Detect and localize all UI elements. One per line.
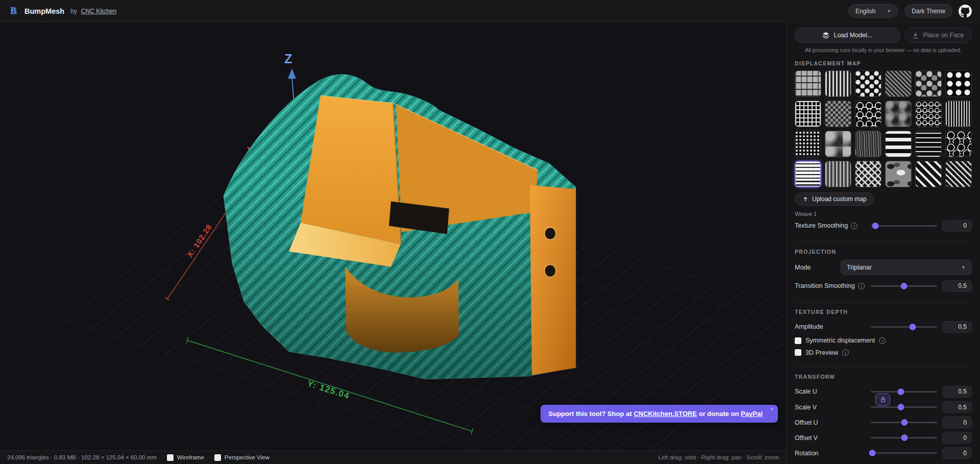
- offset-u-slider[interactable]: [871, 419, 937, 426]
- texture-thumbnail-dots[interactable]: [945, 70, 972, 97]
- slider-track: [871, 391, 937, 393]
- banner-text: Support this tool? Shop at: [549, 410, 632, 418]
- texture-thumbnail-diagbold[interactable]: [915, 161, 942, 187]
- github-icon[interactable]: [959, 5, 972, 18]
- slider-thumb[interactable]: [901, 283, 908, 289]
- paypal-link[interactable]: PayPal: [741, 410, 763, 418]
- banner-text-middle: or donate on: [699, 410, 739, 418]
- amplitude-label: Amplitude: [795, 323, 866, 330]
- slider-track: [871, 225, 937, 227]
- texture-thumbnail-bricks[interactable]: [795, 70, 821, 97]
- scale-u-value[interactable]: 0.5: [942, 386, 972, 398]
- texture-thumbnail-hexsmall[interactable]: [915, 101, 942, 127]
- brand-link[interactable]: CNC Kitchen: [81, 8, 116, 15]
- texture-grid: [795, 70, 972, 187]
- perspective-checkbox-row[interactable]: Perspective View: [214, 454, 270, 461]
- place-on-face-button[interactable]: Place on Face: [904, 28, 972, 43]
- banner-close-icon[interactable]: ×: [771, 406, 774, 412]
- texture-smoothing-slider[interactable]: [871, 222, 937, 230]
- slider-thumb[interactable]: [901, 434, 908, 441]
- axis-z-label: Z: [284, 52, 292, 66]
- perspective-checkbox[interactable]: [214, 454, 221, 461]
- top-bar: B B BumpMesh by CNC Kitchen English ▼ Da…: [0, 0, 980, 22]
- upload-custom-map-label: Upload custom map: [812, 196, 867, 203]
- texture-thumbnail-hlines[interactable]: [915, 131, 942, 157]
- offset-u-value[interactable]: 0: [942, 417, 972, 428]
- slider-thumb[interactable]: [909, 324, 916, 330]
- viewport-3d[interactable]: X: 102.28 Y: 125.04 Z: [0, 22, 786, 450]
- wireframe-checkbox[interactable]: [167, 454, 174, 461]
- sidebar: Load Model... Place on Face All processi…: [786, 22, 980, 464]
- offset-v-value[interactable]: 0: [942, 432, 972, 444]
- slider-thumb[interactable]: [869, 450, 875, 456]
- transition-smoothing-value[interactable]: 0.5: [942, 280, 972, 292]
- preview-3d-checkbox[interactable]: [795, 349, 801, 356]
- scale-v-value[interactable]: 0.5: [942, 401, 972, 413]
- language-value: English: [855, 8, 875, 15]
- projection-mode-select[interactable]: Triplanar ▼: [841, 260, 972, 275]
- texture-thumbnail-honeycomb[interactable]: [855, 101, 881, 127]
- transition-smoothing-slider[interactable]: [871, 282, 937, 290]
- slider-thumb[interactable]: [901, 419, 908, 426]
- slider-thumb[interactable]: [897, 388, 904, 395]
- store-link[interactable]: CNCKitchen.STORE: [633, 410, 697, 418]
- texture-thumbnail-knit[interactable]: [855, 161, 881, 187]
- app-root: B B BumpMesh by CNC Kitchen English ▼ Da…: [0, 0, 980, 464]
- texture-thumbnail-clouds[interactable]: [825, 131, 851, 157]
- status-bar: 24,096 triangles · 0.83 MB · 102.28 × 12…: [0, 450, 786, 464]
- amplitude-slider[interactable]: [871, 323, 937, 331]
- texture-thumbnail-checker[interactable]: [825, 101, 851, 127]
- mouse-hints: Left drag: orbit · Right drag: pan · Scr…: [658, 454, 779, 460]
- slider-track: [871, 326, 937, 328]
- rotation-value[interactable]: 0: [942, 447, 972, 459]
- upload-custom-map-button[interactable]: Upload custom map: [795, 192, 874, 206]
- theme-toggle-button[interactable]: Dark Theme: [904, 4, 952, 18]
- amplitude-row: Amplitude 0.5: [795, 321, 972, 333]
- selected-texture-name: Weave 1: [795, 211, 972, 217]
- symmetric-displacement-checkbox[interactable]: [795, 337, 801, 344]
- lock-icon: [880, 396, 886, 403]
- texture-thumbnail-stones[interactable]: [915, 70, 942, 97]
- section-projection: PROJECTION: [795, 241, 972, 255]
- texture-thumbnail-stripesbold[interactable]: [885, 131, 912, 157]
- symmetric-displacement-row[interactable]: Symmetric displacement i: [795, 335, 972, 345]
- preview-3d-row[interactable]: 3D Preview i: [795, 348, 972, 357]
- theme-label: Dark Theme: [912, 8, 945, 15]
- texture-smoothing-value[interactable]: 0: [942, 220, 972, 232]
- rotation-slider[interactable]: [871, 449, 937, 457]
- texture-thumbnail-diagfine[interactable]: [885, 70, 912, 97]
- texture-thumbnail-vdense[interactable]: [945, 101, 972, 127]
- info-icon[interactable]: i: [851, 223, 857, 229]
- texture-thumbnail-vlines[interactable]: [825, 70, 851, 97]
- texture-thumbnail-knurl[interactable]: [795, 131, 821, 157]
- offset-v-slider[interactable]: [871, 434, 937, 442]
- rotation-label: Rotation: [795, 450, 866, 457]
- section-displacement-map: DISPLACEMENT MAP: [795, 60, 972, 66]
- load-model-button[interactable]: Load Model...: [795, 28, 900, 43]
- texture-thumbnail-camo[interactable]: [885, 161, 912, 187]
- top-bar-right: English ▼ Dark Theme: [848, 4, 972, 18]
- load-model-label: Load Model...: [834, 32, 872, 39]
- slider-thumb[interactable]: [872, 223, 879, 229]
- svg-text:B: B: [10, 6, 16, 16]
- slider-thumb[interactable]: [897, 404, 904, 410]
- texture-thumbnail-cells[interactable]: [945, 131, 972, 157]
- texture-thumbnail-herringbone[interactable]: [945, 161, 972, 187]
- wireframe-label: Wireframe: [177, 454, 204, 460]
- texture-thumbnail-gridw[interactable]: [795, 101, 821, 127]
- texture-thumbnail-pebbles[interactable]: [855, 70, 881, 97]
- info-icon[interactable]: i: [842, 349, 849, 356]
- transition-smoothing-label: Transition Smoothing i: [795, 282, 866, 289]
- language-selector[interactable]: English ▼: [848, 4, 898, 18]
- info-icon[interactable]: i: [858, 283, 865, 289]
- texture-thumbnail-ribs[interactable]: [825, 161, 851, 187]
- texture-thumbnail-weave1[interactable]: [795, 161, 821, 187]
- scale-lock-button[interactable]: [875, 394, 890, 406]
- offset-v-label: Offset V: [795, 434, 866, 442]
- texture-thumbnail-scratches[interactable]: [855, 131, 881, 157]
- info-icon[interactable]: i: [879, 337, 886, 344]
- texture-thumbnail-noise[interactable]: [885, 101, 912, 127]
- wireframe-checkbox-row[interactable]: Wireframe: [167, 454, 204, 461]
- slider-track: [871, 406, 937, 408]
- amplitude-value[interactable]: 0.5: [942, 321, 972, 333]
